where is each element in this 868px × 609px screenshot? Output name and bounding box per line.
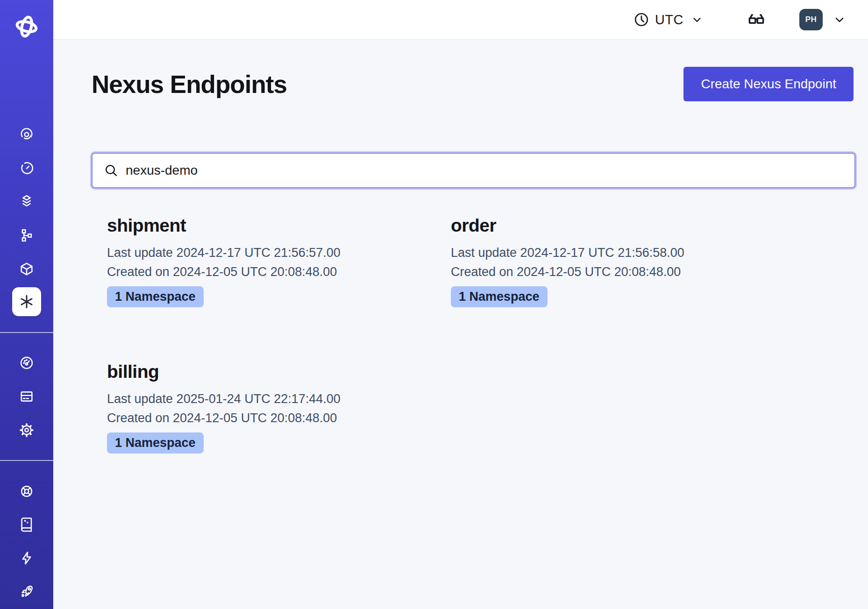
endpoint-name: order [451, 215, 795, 236]
endpoint-card[interactable]: shipment Last update 2024-12-17 UTC 21:5… [107, 215, 451, 307]
docs-icon [19, 517, 35, 532]
account-menu[interactable]: PH [799, 9, 846, 30]
usage-icon [19, 355, 35, 371]
endpoint-last-update: Last update 2024-12-17 UTC 21:56:58.00 [451, 243, 795, 262]
page-title: Nexus Endpoints [92, 70, 287, 99]
sidebar-item-quickstart[interactable] [0, 541, 53, 575]
sidebar-item-batch-operations[interactable] [0, 184, 53, 218]
namespaces-icon [19, 127, 35, 142]
search-input[interactable] [119, 154, 854, 187]
sidebar-item-namespaces[interactable] [0, 118, 53, 151]
endpoint-list: shipment Last update 2024-12-17 UTC 21:5… [53, 215, 868, 453]
endpoint-created: Created on 2024-12-05 UTC 20:08:48.00 [107, 409, 451, 428]
billing-icon [19, 389, 35, 404]
main-content: Nexus Endpoints Create Nexus Endpoint sh… [53, 40, 868, 609]
sidebar-item-nexus[interactable] [12, 287, 41, 316]
temporal-logo-icon [13, 13, 40, 40]
sidebar-item-usage[interactable] [0, 346, 53, 380]
nexus-icon [18, 293, 35, 310]
sidebar-item-docs[interactable] [0, 508, 53, 541]
task-queues-icon [19, 227, 35, 243]
topbar: UTC PH [53, 0, 868, 40]
endpoint-created: Created on 2024-12-05 UTC 20:08:48.00 [107, 262, 451, 282]
sidebar-item-deployments[interactable] [0, 252, 53, 286]
settings-icon [19, 422, 35, 438]
deployments-icon [19, 261, 35, 277]
namespace-badge: 1 Namespace [107, 432, 204, 453]
endpoint-last-update: Last update 2024-12-17 UTC 21:56:57.00 [107, 243, 451, 262]
endpoint-card[interactable]: billing Last update 2025-01-24 UTC 22:17… [107, 361, 451, 453]
schedules-icon [19, 160, 35, 176]
avatar: PH [799, 9, 823, 30]
namespace-badge: 1 Namespace [107, 286, 204, 307]
namespace-badge: 1 Namespace [451, 286, 548, 307]
quickstart-icon [19, 550, 35, 566]
timezone-label: UTC [655, 12, 683, 28]
endpoint-name: shipment [107, 215, 451, 236]
batch-operations-icon [19, 193, 35, 209]
sidebar-item-support[interactable] [0, 474, 53, 508]
support-icon [19, 483, 35, 499]
chevron-down-icon [691, 14, 703, 26]
sidebar [0, 0, 53, 609]
sidebar-item-schedules[interactable] [0, 151, 53, 185]
chevron-down-icon [833, 13, 846, 26]
endpoint-name: billing [107, 361, 451, 382]
endpoint-created: Created on 2024-12-05 UTC 20:08:48.00 [451, 262, 795, 282]
sidebar-item-billing[interactable] [0, 380, 53, 413]
labs-toggle[interactable] [746, 9, 767, 30]
sidebar-divider [0, 332, 53, 333]
endpoint-card[interactable]: order Last update 2024-12-17 UTC 21:56:5… [451, 215, 795, 307]
timezone-selector[interactable]: UTC [633, 12, 703, 28]
avatar-initials: PH [805, 15, 817, 24]
sidebar-divider [0, 460, 53, 461]
sidebar-item-task-queues[interactable] [0, 219, 53, 252]
glasses-icon [746, 9, 767, 30]
create-nexus-endpoint-button[interactable]: Create Nexus Endpoint [683, 67, 854, 101]
temporal-logo[interactable] [0, 13, 53, 40]
search-icon [104, 163, 119, 178]
sidebar-item-settings[interactable] [0, 413, 53, 447]
search-box [92, 153, 855, 188]
getting-started-icon [19, 584, 35, 600]
endpoint-last-update: Last update 2025-01-24 UTC 22:17:44.00 [107, 389, 451, 409]
sidebar-item-getting-started[interactable] [0, 575, 53, 609]
clock-icon [633, 12, 649, 28]
